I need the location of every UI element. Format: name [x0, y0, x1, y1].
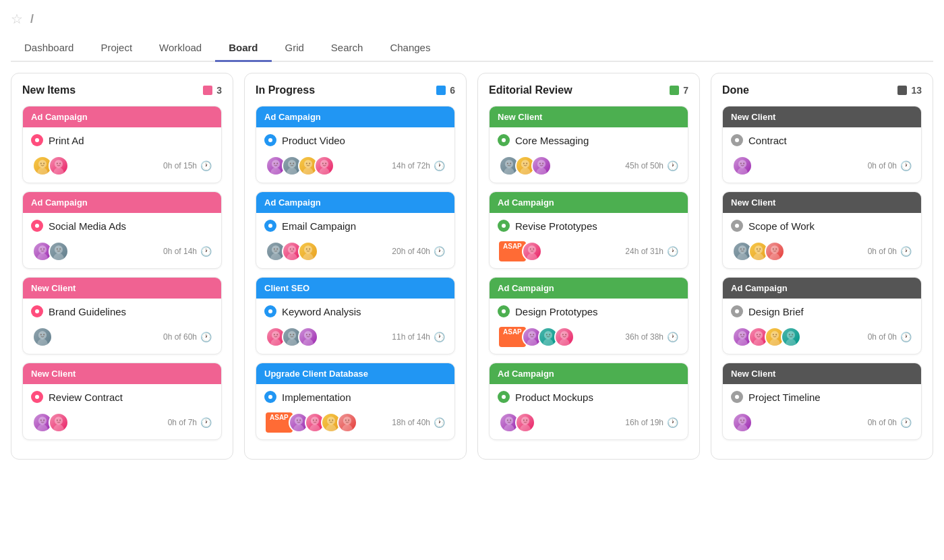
avatar-group: [32, 412, 69, 433]
svg-point-14: [57, 248, 58, 249]
time-text: 36h of 38h: [625, 332, 663, 342]
task-name: Project Timeline: [748, 392, 821, 403]
nav-item-grid[interactable]: Grid: [272, 35, 318, 62]
task-card[interactable]: Ad CampaignDesign Brief 0h of 0h🕐: [722, 277, 922, 354]
column-header: Done 13: [722, 84, 922, 96]
svg-point-128: [755, 245, 763, 253]
time-text: 0h of 0h: [868, 161, 897, 170]
svg-point-90: [523, 162, 525, 164]
svg-point-45: [270, 253, 281, 260]
svg-point-154: [740, 419, 742, 421]
card-body: Keyword Analysis 11h of 14h🕐: [256, 299, 454, 354]
svg-point-66: [306, 334, 307, 335]
avatar: [49, 241, 69, 261]
svg-point-75: [316, 419, 317, 421]
task-card[interactable]: Ad CampaignEmail Campaign 20h of 40h🕐: [256, 191, 455, 269]
svg-point-56: [272, 331, 280, 339]
nav-item-project[interactable]: Project: [87, 35, 146, 62]
svg-point-109: [559, 339, 570, 346]
svg-point-94: [539, 162, 541, 164]
svg-point-82: [345, 419, 347, 421]
task-card[interactable]: Client SEOKeyword Analysis 11h of 14h🕐: [256, 277, 455, 354]
task-card[interactable]: New ClientCore Messaging 45h of 50h🕐: [489, 106, 688, 183]
task-card[interactable]: Ad CampaignProduct Video 14h of 72h🕐: [256, 106, 455, 183]
svg-point-11: [43, 248, 45, 249]
card-task: Contract: [731, 134, 913, 146]
svg-point-151: [792, 334, 793, 335]
card-group-label: New Client: [723, 106, 921, 127]
time-info: 0h of 60h🕐: [163, 332, 212, 342]
clock-icon: 🕐: [200, 160, 212, 171]
card-footer: 0h of 0h🕐: [731, 153, 913, 179]
svg-point-121: [737, 168, 748, 175]
svg-point-47: [276, 248, 278, 249]
svg-point-32: [288, 160, 296, 168]
nav-item-changes[interactable]: Changes: [376, 35, 444, 62]
svg-point-34: [290, 162, 291, 164]
svg-point-59: [276, 334, 278, 335]
task-name: Product Video: [282, 135, 345, 146]
clock-icon: 🕐: [667, 417, 678, 428]
time-text: 0h of 0h: [868, 418, 897, 427]
card-group-label: Ad Campaign: [723, 278, 921, 299]
svg-point-36: [304, 160, 312, 168]
task-status-icon: [264, 134, 276, 146]
clock-icon: 🕐: [900, 332, 912, 342]
svg-point-15: [59, 248, 61, 249]
nav-item-search[interactable]: Search: [318, 35, 377, 62]
svg-point-22: [40, 419, 42, 421]
task-card[interactable]: Ad CampaignSocial Media Ads 0h of 14h🕐: [22, 191, 222, 269]
column-badge: 3: [203, 85, 222, 96]
nav-item-workload[interactable]: Workload: [146, 35, 215, 62]
svg-point-65: [303, 339, 314, 346]
time-info: 0h of 7h🕐: [168, 417, 212, 428]
nav-item-board[interactable]: Board: [215, 35, 271, 62]
task-card[interactable]: Ad CampaignDesign PrototypesASAP 36h of …: [489, 277, 688, 354]
card-body: Social Media Ads 0h of 14h🕐: [23, 213, 221, 268]
task-card[interactable]: Upgrade Client DatabaseImplementationASA…: [256, 363, 455, 440]
task-name: Design Brief: [748, 306, 804, 317]
svg-point-19: [43, 334, 45, 335]
svg-point-29: [270, 168, 281, 175]
time-info: 0h of 0h🕐: [868, 332, 912, 342]
task-card[interactable]: New ClientReview Contract 0h of 7h🕐: [22, 363, 222, 440]
card-group-label: Ad Campaign: [256, 106, 454, 127]
card-footer: 0h of 7h🕐: [31, 410, 213, 435]
task-card[interactable]: New ClientContract 0h of 0h🕐: [722, 106, 922, 183]
nav-item-dashboard[interactable]: Dashboard: [11, 35, 87, 62]
card-task: Product Mockups: [498, 391, 680, 403]
card-task: Keyword Analysis: [264, 305, 446, 317]
avatar: [531, 156, 552, 176]
svg-point-76: [327, 416, 335, 425]
task-card[interactable]: Ad CampaignProduct Mockups 16h of 19h🕐: [489, 363, 688, 440]
svg-point-115: [510, 419, 511, 421]
svg-point-85: [504, 168, 514, 175]
svg-point-148: [787, 331, 795, 339]
task-card[interactable]: New ClientScope of Work 0h of 0h🕐: [722, 191, 922, 269]
task-status-icon: [731, 134, 743, 146]
svg-point-31: [276, 162, 278, 164]
svg-point-46: [274, 248, 275, 249]
svg-point-147: [775, 334, 777, 335]
column-title: New Items: [22, 84, 76, 96]
svg-point-44: [272, 245, 280, 253]
column-badge: 7: [670, 85, 688, 96]
svg-point-60: [288, 331, 296, 339]
svg-point-92: [537, 160, 545, 168]
column-in-progress: In Progress 6 Ad CampaignProduct Video 1…: [244, 73, 467, 460]
star-icon[interactable]: ☆: [11, 11, 23, 27]
card-footer: ASAP 24h of 31h🕐: [498, 239, 680, 264]
clock-icon: 🕐: [434, 246, 445, 257]
task-status-icon: [731, 391, 743, 403]
svg-point-105: [543, 339, 554, 346]
card-footer: 0h of 14h🕐: [31, 239, 213, 264]
avatar: [781, 327, 801, 347]
card-task: Core Messaging: [498, 134, 680, 146]
svg-point-17: [37, 339, 48, 346]
task-card[interactable]: New ClientProject Timeline 0h of 0h🕐: [722, 363, 922, 440]
task-card[interactable]: New ClientBrand Guidelines 0h of 60h🕐: [22, 277, 222, 354]
time-info: 0h of 0h🕐: [868, 160, 912, 171]
task-card[interactable]: Ad CampaignPrint Ad 0h of 15h🕐: [22, 106, 222, 183]
task-card[interactable]: Ad CampaignRevise PrototypesASAP 24h of …: [489, 191, 688, 269]
svg-point-145: [769, 339, 780, 346]
